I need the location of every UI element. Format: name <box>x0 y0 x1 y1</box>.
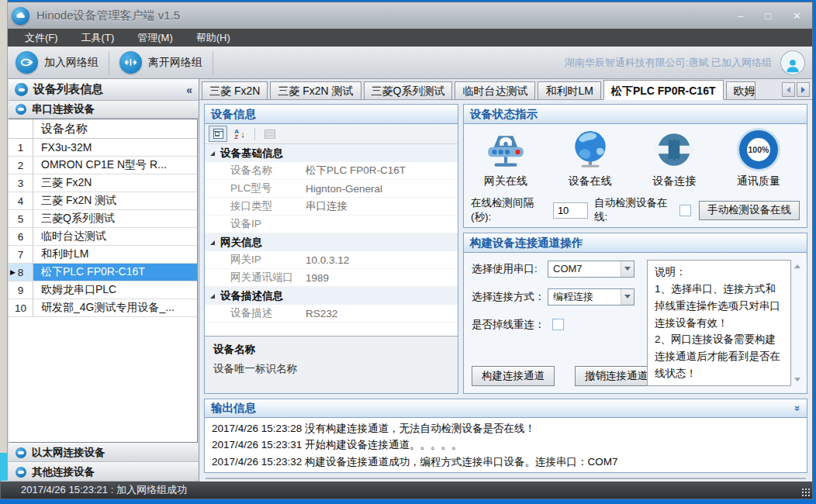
tab-mitsubishi-fx2n-test[interactable]: 三菱 Fx2N 测试 <box>270 81 361 99</box>
tab-mitsubishi-q-test[interactable]: 三菱Q系列测试 <box>364 81 453 99</box>
status-bar: 2017/4/26 15:23:21 : 加入网络组成功 <box>1 482 812 499</box>
sidebar-collapse-button[interactable]: « <box>186 84 192 96</box>
tab-scroll-left-button[interactable] <box>782 82 795 97</box>
device-tab-bar: 三菱 Fx2N 三菱 Fx2N 测试 三菱Q系列测试 临时台达测试 和利时LM … <box>199 79 812 100</box>
plug-connection-icon <box>653 129 695 171</box>
device-list-sidebar: 设备列表信息 « 串口连接设备 设备名称 1 FX3u-32M <box>9 79 199 482</box>
chevron-down-icon <box>624 295 631 299</box>
property-pages-icon <box>265 129 275 139</box>
expander-icon <box>210 294 215 299</box>
table-row-selected[interactable]: ▶8 松下PLC FP0R-C16T <box>9 264 197 281</box>
serial-devices-section[interactable]: 串口连接设备 <box>9 101 199 119</box>
categorized-view-button[interactable] <box>209 126 227 142</box>
serial-section-icon <box>16 104 26 115</box>
index-column-header <box>9 119 33 138</box>
scroll-up-icon <box>794 264 800 268</box>
user-avatar[interactable] <box>781 51 804 74</box>
log-line: 2017/4/26 15:23:28 没有构建连接通道，无法自动检测设备是否在线… <box>212 420 800 437</box>
sidebar-title: 设备列表信息 <box>33 82 103 97</box>
menu-tools[interactable]: 工具(T) <box>70 29 126 47</box>
tab-hollysys-lm[interactable]: 和利时LM <box>538 81 600 99</box>
menu-file[interactable]: 文件(F) <box>13 29 70 47</box>
close-button[interactable]: ✕ <box>793 10 801 22</box>
channel-operation-panel: 构建设备连接通道操作 选择使用串口: COM7 <box>463 233 807 394</box>
ethernet-section-icon <box>16 447 26 458</box>
device-table-header: 设备名称 <box>9 119 197 139</box>
other-section-icon <box>16 467 26 478</box>
revoke-channel-button[interactable]: 撤销连接通道 <box>575 366 658 386</box>
table-row[interactable]: 4 三菱 Fx2N 测试 <box>9 192 197 210</box>
property-pages-button[interactable] <box>261 126 279 142</box>
property-row[interactable]: 设备描述RS232 <box>205 305 458 323</box>
log-line: 2017/4/26 15:23:32 构建设备连接通道成功，编程方式连接串口设备… <box>212 454 800 470</box>
gateway-online-indicator: 网关在线 <box>484 129 527 196</box>
reconnect-label: 是否掉线重连： <box>472 318 548 332</box>
content-bottom-strip <box>206 478 806 479</box>
device-info-header: 设备信息 <box>205 105 458 124</box>
table-empty-area <box>9 317 197 442</box>
join-network-button[interactable]: 加入网络组 <box>5 47 109 78</box>
dropdown-button[interactable] <box>621 261 634 277</box>
table-row[interactable]: 7 和利时LM <box>9 246 197 264</box>
maximize-button[interactable]: □ <box>765 10 771 22</box>
scroll-left-icon <box>787 87 790 93</box>
table-row[interactable]: 9 欧姆龙串口PLC <box>9 281 197 299</box>
name-column-header: 设备名称 <box>33 119 197 138</box>
output-header: 输出信息 » <box>205 399 807 418</box>
property-description-box: 设备名称 设备唯一标识名称 <box>205 336 458 393</box>
title-bar: Hinode设备管理客户端 v1.5 – □ ✕ <box>1 2 812 29</box>
instructions-box: 说明： 1、选择串口、连接方式和掉线重连操作选项只对串口连接设备有效！ 2、网口… <box>647 260 791 386</box>
tab-panasonic-fp0r[interactable]: 松下PLC FP0R-C16T <box>603 80 724 100</box>
property-grid: 设备基础信息 设备名称松下PLC FP0R-C16T PLC型号Hignton-… <box>205 144 458 336</box>
table-row[interactable]: 6 临时台达测试 <box>9 228 197 246</box>
leave-network-button[interactable]: 离开网络组 <box>109 47 213 78</box>
background-window-strip <box>0 0 8 481</box>
table-row[interactable]: 5 三菱Q系列测试 <box>9 210 197 228</box>
property-row[interactable]: 设备IP <box>205 216 458 233</box>
minimize-button[interactable]: – <box>738 10 743 22</box>
connect-mode-label: 选择连接方式： <box>472 290 548 304</box>
table-row[interactable]: 2 OMRON CP1E N型号 R... <box>9 157 197 174</box>
resize-grip-icon[interactable] <box>801 488 811 497</box>
note-scrollbar[interactable] <box>791 260 804 386</box>
output-collapse-button[interactable]: » <box>792 406 804 411</box>
property-category[interactable]: 设备描述信息 <box>205 287 458 305</box>
table-row[interactable]: 3 三菱 Fx2N <box>9 174 197 192</box>
property-category[interactable]: 设备基础信息 <box>205 144 458 162</box>
manual-detect-button[interactable]: 手动检测设备在线 <box>699 201 800 220</box>
interval-input[interactable] <box>553 202 588 219</box>
property-row[interactable]: 网关通讯端口1989 <box>205 269 458 287</box>
tab-omron-clipped[interactable]: 欧姆龙 <box>726 81 755 99</box>
reconnect-checkbox[interactable] <box>552 319 564 330</box>
tab-mitsubishi-fx2n[interactable]: 三菱 Fx2N <box>202 81 268 99</box>
ethernet-devices-section[interactable]: 以太网连接设备 <box>9 443 199 462</box>
serial-port-select[interactable]: COM7 <box>548 261 634 278</box>
tab-scroll-right-button[interactable] <box>797 82 810 97</box>
build-channel-button[interactable]: 构建连接通道 <box>472 366 555 386</box>
toolbar: 加入网络组 离开网络组 湖南华辰智通科技有限公司:唐斌 已加入网络组 <box>1 47 812 79</box>
property-row[interactable]: 网关IP10.0.3.12 <box>205 251 458 269</box>
toolbar-separator <box>213 51 213 74</box>
background-window-accent <box>0 453 7 481</box>
sort-alphabetical-button[interactable]: AZ↓ <box>230 126 249 142</box>
table-row[interactable]: 10 研发部_4G测试专用设备_... <box>9 299 197 317</box>
connect-mode-select[interactable]: 编程连接 <box>548 288 634 306</box>
tab-delta-temp-test[interactable]: 临时台达测试 <box>455 81 535 99</box>
menu-help[interactable]: 帮助(H) <box>185 29 242 47</box>
scroll-down-icon <box>794 378 800 381</box>
output-panel: 输出信息 » 2017/4/26 15:23:28 没有构建连接通道，无法自动检… <box>204 399 807 473</box>
screen: Hinode设备管理客户端 v1.5 – □ ✕ 文件(F) 工具(T) 管理(… <box>0 0 816 504</box>
serial-port-label: 选择使用串口: <box>472 262 548 276</box>
menu-manage[interactable]: 管理(M) <box>126 29 185 47</box>
table-row[interactable]: 1 FX3u-32M <box>9 139 197 157</box>
other-devices-section[interactable]: 其他连接设备 <box>9 462 199 482</box>
device-online-indicator: 设备在线 <box>569 129 612 196</box>
property-row[interactable]: PLC型号Hignton-General <box>205 180 458 198</box>
company-status-text: 湖南华辰智通科技有限公司:唐斌 已加入网络组 <box>565 56 772 70</box>
property-category[interactable]: 网关信息 <box>205 233 458 251</box>
property-row[interactable]: 接口类型串口连接 <box>205 198 458 216</box>
dropdown-button[interactable] <box>621 289 634 305</box>
auto-detect-checkbox[interactable] <box>679 205 691 216</box>
window-title: Hinode设备管理客户端 v1.5 <box>36 9 180 23</box>
property-row[interactable]: 设备名称松下PLC FP0R-C16T <box>205 162 458 180</box>
